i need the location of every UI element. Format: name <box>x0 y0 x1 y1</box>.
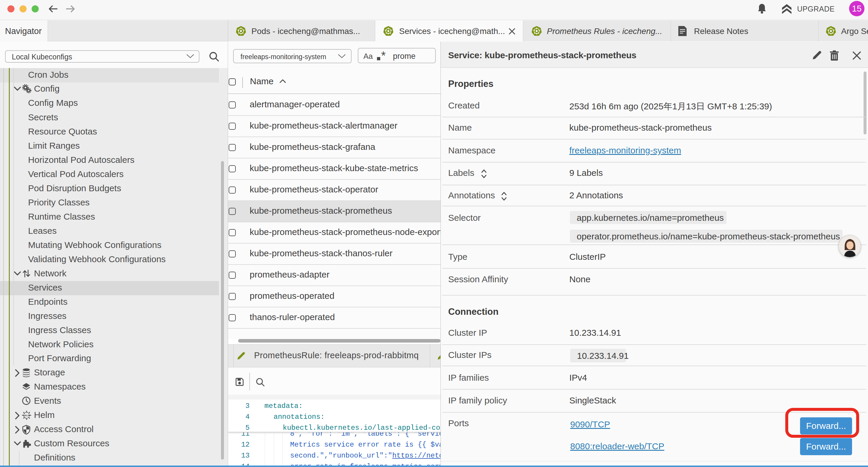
svg-text:HELM: HELM <box>23 414 30 417</box>
